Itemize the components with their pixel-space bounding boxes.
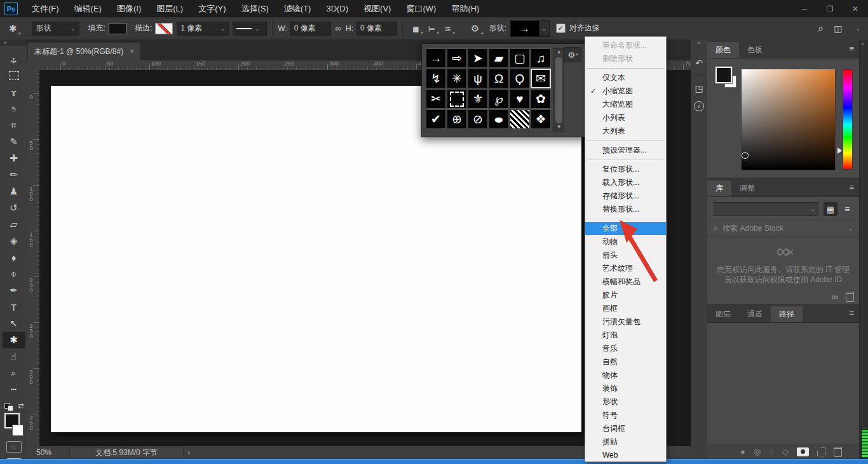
lightning-shape[interactable]: ↯ — [426, 69, 446, 88]
context-menu-item-33[interactable]: Web — [585, 449, 666, 462]
starburst-shape[interactable]: ✳ — [447, 69, 467, 88]
checkmark-shape[interactable]: ✔ — [426, 109, 446, 129]
context-menu-item-16[interactable]: 全部 — [585, 222, 666, 235]
gradient-tool[interactable]: ◈ — [3, 233, 25, 249]
target-shape[interactable]: ⊕ — [447, 109, 467, 129]
context-menu-item-29[interactable]: 形状 — [585, 395, 666, 409]
ornament-shape[interactable]: ℘ — [489, 89, 509, 109]
context-menu-item-24[interactable]: 灯泡 — [585, 329, 666, 342]
canvas-page[interactable] — [51, 86, 581, 432]
light-bulb-shape[interactable]: Ω — [489, 69, 509, 88]
splat-shape[interactable]: ✿ — [531, 89, 551, 109]
align-edges-checkbox[interactable]: ✓ — [556, 24, 566, 33]
delete-path-icon[interactable] — [834, 447, 842, 457]
zoom-tool[interactable]: ⌕ — [3, 365, 25, 381]
scrollbar-thumb[interactable] — [555, 57, 562, 123]
hue-strip[interactable] — [843, 69, 853, 170]
context-menu-item-5[interactable]: 大缩览图 — [585, 98, 666, 111]
arrow-outline-shape[interactable]: ⇨ — [447, 48, 467, 68]
path-arrangement-icon[interactable]: ≋▾ — [444, 23, 451, 34]
shape-thumbnail[interactable]: → — [510, 20, 539, 37]
banner-shape[interactable]: ▰ — [489, 48, 509, 68]
tab-swatches[interactable]: 色板 — [739, 42, 771, 58]
menubar-item-5[interactable]: 选择(S) — [233, 0, 276, 17]
tab-paths[interactable]: 路径 — [771, 306, 803, 322]
tool-mode-dropdown[interactable]: 形状⌄ — [32, 22, 79, 36]
arrow-thin-shape[interactable]: → — [426, 48, 446, 68]
quick-mask-button[interactable]: ◌ — [6, 441, 22, 453]
toolbar-collapse-icon[interactable]: » — [0, 39, 27, 46]
tab-close-icon[interactable]: × — [130, 47, 134, 56]
context-menu-item-9[interactable]: 预设管理器... — [585, 144, 666, 157]
tab-libraries[interactable]: 库 — [707, 181, 731, 196]
context-menu-item-31[interactable]: 台词框 — [585, 422, 666, 435]
pen-tool[interactable]: ✒ — [3, 282, 25, 299]
context-menu-item-21[interactable]: 胶片 — [585, 289, 666, 302]
color-selector-ring[interactable] — [742, 152, 749, 159]
tab-layers[interactable]: 图层 — [707, 306, 739, 322]
diamond-grid-shape[interactable]: ❖ — [531, 109, 551, 129]
move-tool[interactable]: ↔↕ — [3, 51, 25, 67]
new-path-icon[interactable] — [817, 447, 825, 456]
stroke-width-field[interactable]: 1 像素⌄ — [177, 22, 229, 36]
brush-tool[interactable]: ✏ — [3, 167, 25, 183]
context-menu-item-3[interactable]: 仅文本 — [585, 71, 666, 85]
context-menu-item-25[interactable]: 音乐 — [585, 342, 666, 355]
context-menu-item-26[interactable]: 自然 — [585, 355, 666, 369]
context-menu-item-30[interactable]: 符号 — [585, 409, 666, 422]
saturation-brightness-field[interactable] — [741, 69, 836, 170]
foreground-background-swatches[interactable] — [3, 413, 25, 436]
context-menu-item-4[interactable]: 小缩览图✓ — [585, 85, 666, 98]
hand-tool[interactable]: ☝ — [3, 348, 25, 365]
envelope-shape[interactable]: ✉ — [531, 69, 551, 88]
eyedropper-tool[interactable]: ✎ — [3, 133, 25, 150]
width-field[interactable]: 0 像素 — [290, 22, 331, 36]
type-tool[interactable]: T — [3, 299, 25, 315]
quick-selection-tool[interactable]: ◌✎ — [3, 100, 25, 117]
context-menu-item-17[interactable]: 动物 — [585, 235, 666, 249]
diagonal-stripes-shape[interactable] — [510, 109, 530, 129]
menubar-item-8[interactable]: 视图(V) — [356, 0, 398, 17]
scissors-shape[interactable]: ✂ — [426, 89, 446, 109]
context-menu-item-6[interactable]: 小列表 — [585, 111, 666, 125]
make-workpath-icon[interactable]: ◇ — [782, 447, 789, 456]
stroke-path-icon[interactable]: ◎ — [754, 447, 761, 456]
context-menu-item-28[interactable]: 装饰 — [585, 382, 666, 395]
grid-view-button[interactable]: ▦ — [824, 202, 837, 216]
fleur-de-lis-shape[interactable]: ⚜ — [468, 89, 488, 109]
list-view-button[interactable]: ≡ — [840, 202, 854, 216]
heart-shape[interactable]: ♥ — [510, 89, 530, 109]
menubar-item-9[interactable]: 窗口(W) — [398, 0, 444, 17]
dodge-tool[interactable]: ⌽ — [3, 266, 25, 282]
context-menu-item-23[interactable]: 污渍矢量包 — [585, 315, 666, 329]
history-icon[interactable]: ↶ — [691, 55, 707, 71]
menubar-item-2[interactable]: 图像(I) — [109, 0, 149, 17]
foreground-color-swatch[interactable] — [715, 67, 732, 83]
custom-shape-tool[interactable]: ✱ — [3, 332, 25, 348]
context-menu-item-19[interactable]: 艺术纹理 — [585, 262, 666, 275]
context-menu-item-20[interactable]: 横幅和奖品 — [585, 275, 666, 289]
workspace-chevron-icon[interactable]: ⌄ — [855, 25, 860, 32]
context-menu-item-18[interactable]: 箭头 — [585, 249, 666, 262]
edit-toolbar-button[interactable]: ••• — [3, 381, 25, 398]
hue-slider-icon[interactable] — [837, 147, 842, 154]
geometry-options-gear-icon[interactable]: ⚙▾ — [471, 23, 479, 34]
tab-adjustments[interactable]: 调整 — [731, 181, 763, 196]
default-swap-colors-icon[interactable]: ⇄ — [3, 402, 25, 411]
speech-bubble-shape[interactable]: ● — [489, 109, 509, 129]
delete-icon[interactable] — [846, 292, 854, 302]
dashed-square-shape[interactable] — [447, 89, 467, 109]
context-menu-item-11[interactable]: 复位形状... — [585, 163, 666, 176]
path-alignment-icon[interactable]: ⊨▾ — [428, 23, 435, 34]
clone-stamp-tool[interactable]: ♟ — [3, 183, 25, 200]
grass-shape[interactable]: ψ — [468, 69, 488, 88]
shape-scrollbar[interactable]: ▲ ▼ — [553, 48, 564, 132]
context-menu-item-14[interactable]: 替换形状... — [585, 203, 666, 216]
arrow-solid-shape[interactable]: ➤ — [468, 48, 488, 68]
shape-picker-gear-button[interactable]: ⚙▾ — [564, 47, 581, 62]
menubar-item-0[interactable]: 文件(F) — [24, 0, 67, 17]
lasso-tool[interactable]: ɤ — [3, 84, 25, 100]
stroke-style-dropdown[interactable]: ⌄ — [233, 22, 267, 36]
history-brush-tool[interactable]: ↺ — [3, 200, 25, 216]
context-menu-item-32[interactable]: 拼贴 — [585, 435, 666, 449]
